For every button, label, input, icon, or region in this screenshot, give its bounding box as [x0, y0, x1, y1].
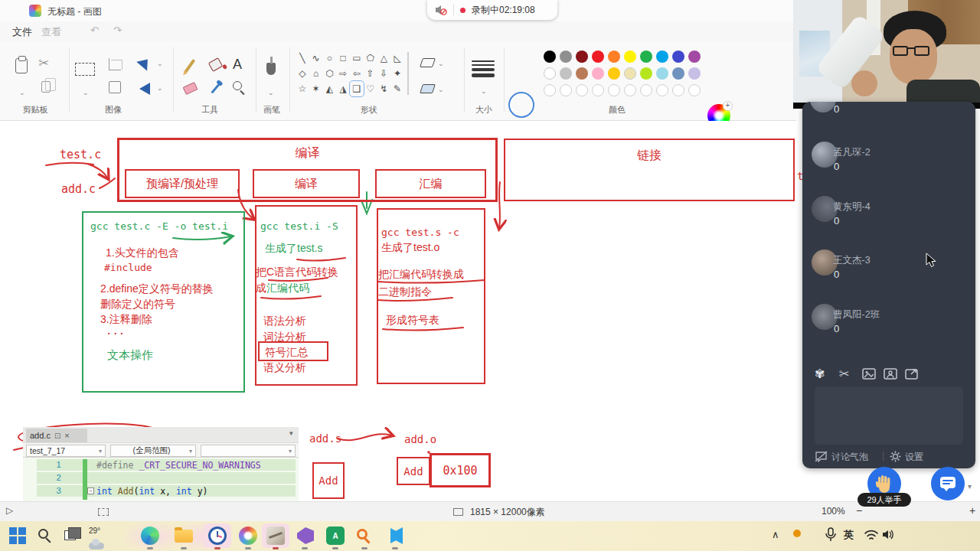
ime-indicator[interactable]: 英	[844, 528, 854, 542]
color-swatch[interactable]	[544, 67, 556, 80]
color-swatch[interactable]	[640, 84, 652, 96]
redo-icon[interactable]: ↷	[113, 24, 122, 36]
shape-tool[interactable]: ⌂	[309, 66, 323, 81]
color-swatch[interactable]	[544, 51, 556, 63]
flower-icon[interactable]: ✾	[815, 367, 825, 381]
color-swatch[interactable]	[560, 51, 572, 63]
menu-view[interactable]: 查看	[41, 25, 61, 39]
wifi-icon[interactable]	[864, 529, 879, 540]
shape-tool[interactable]: ⇦	[350, 66, 364, 81]
crop-icon[interactable]	[109, 58, 121, 70]
paste-icon[interactable]	[15, 58, 28, 73]
shape-tool[interactable]: ▭	[350, 51, 364, 66]
color1-swatch[interactable]	[510, 93, 533, 116]
shape-tool[interactable]: ✎	[390, 81, 404, 96]
size-icon[interactable]	[472, 58, 495, 77]
pencil-icon[interactable]	[185, 59, 195, 73]
image-icon[interactable]	[862, 368, 876, 380]
color-swatch[interactable]	[688, 51, 701, 63]
tray-expand-icon[interactable]: ∧	[772, 529, 779, 540]
chat-input[interactable]	[815, 386, 963, 445]
color-swatch[interactable]	[592, 84, 604, 96]
color-swatch[interactable]	[560, 67, 572, 80]
taskbar-search-icon[interactable]	[38, 529, 48, 539]
select-icon[interactable]	[75, 63, 95, 76]
color-swatch[interactable]	[624, 51, 636, 63]
brush-icon[interactable]	[266, 63, 276, 75]
chevron-down-icon[interactable]: ⌄	[438, 86, 444, 93]
shape-tool[interactable]: ∿	[309, 51, 323, 66]
key-tray-icon[interactable]	[793, 530, 801, 537]
shape-tool[interactable]: ◭	[323, 81, 337, 96]
color-swatch[interactable]	[624, 67, 636, 80]
color-swatch[interactable]	[608, 51, 620, 63]
shapes-scrollbar[interactable]	[407, 52, 409, 95]
paint-canvas[interactable]: test.c add.c 编译 预编译/预处理 编译 汇编 链接 t gcc t…	[0, 121, 796, 501]
color-swatch[interactable]	[560, 84, 572, 96]
paint-taskbar-icon[interactable]	[239, 527, 257, 545]
chat-button[interactable]	[931, 467, 965, 500]
color-swatch[interactable]	[640, 67, 652, 80]
color-swatch[interactable]	[592, 67, 604, 80]
bubble-toggle-label[interactable]: 讨论气泡	[831, 451, 868, 464]
shape-tool[interactable]: ⇧	[364, 66, 377, 81]
shape-tool[interactable]: ♡	[364, 81, 377, 96]
copy-icon[interactable]	[41, 81, 51, 93]
edge-icon[interactable]	[141, 527, 159, 545]
color-swatch[interactable]	[608, 67, 620, 80]
start-button[interactable]	[9, 527, 26, 544]
shape-tool[interactable]: △	[377, 51, 391, 66]
pdf-app-icon[interactable]: A	[326, 527, 345, 545]
settings-label[interactable]: 设置	[905, 451, 923, 464]
color-swatch[interactable]	[688, 84, 701, 96]
resize-icon[interactable]	[109, 81, 121, 93]
color-picker-icon[interactable]	[211, 83, 220, 93]
bubble-off-icon[interactable]	[815, 451, 828, 462]
color-swatch[interactable]	[688, 67, 701, 80]
color-swatch[interactable]	[656, 84, 668, 96]
shape-outline-icon[interactable]	[420, 58, 436, 67]
undo-icon[interactable]: ↶	[90, 24, 99, 36]
shape-tool[interactable]: ⬠	[364, 51, 377, 66]
color-swatch[interactable]	[672, 84, 684, 96]
vscode-icon[interactable]	[387, 527, 403, 544]
chevron-down-icon[interactable]: ⌄	[157, 84, 163, 92]
shape-tool[interactable]: ◇	[296, 66, 309, 81]
microphone-icon[interactable]	[825, 527, 836, 543]
file-explorer-icon[interactable]	[175, 530, 193, 543]
visual-studio-icon[interactable]	[297, 527, 314, 544]
color-swatch[interactable]	[624, 84, 636, 96]
menu-file[interactable]: 文件	[12, 25, 32, 39]
shape-tool[interactable]: ☆	[296, 81, 309, 96]
magnifier-icon[interactable]	[233, 81, 242, 90]
shape-fill-icon[interactable]	[420, 84, 436, 93]
shape-tool[interactable]: ✦	[390, 66, 404, 81]
chevron-down-icon[interactable]: ⌄	[19, 89, 25, 96]
shape-tool[interactable]: ╲	[296, 51, 309, 66]
share-icon[interactable]	[905, 368, 919, 380]
color-swatch[interactable]	[576, 67, 588, 80]
cut-icon[interactable]: ✂	[38, 55, 49, 71]
shape-tool[interactable]: ❑	[350, 81, 364, 96]
person-image-icon[interactable]	[884, 368, 897, 380]
shape-tool[interactable]: ⇨	[336, 66, 350, 81]
photo-app-icon[interactable]	[266, 527, 285, 545]
shape-tool[interactable]: ⬡	[323, 66, 337, 81]
chevron-down-icon[interactable]: ⌄	[83, 89, 89, 96]
chevron-down-icon[interactable]: ⌄	[481, 87, 487, 95]
speaker-icon[interactable]	[882, 529, 896, 540]
shape-tool[interactable]: ◮	[336, 81, 350, 96]
shape-tool[interactable]: ⇩	[377, 66, 391, 81]
zoom-in-button[interactable]: +	[969, 504, 975, 517]
color-swatch[interactable]	[576, 84, 588, 96]
shape-tool[interactable]: □	[336, 51, 350, 66]
scissors-icon[interactable]: ✂	[839, 367, 849, 381]
gear-icon[interactable]	[890, 451, 901, 462]
color-swatch[interactable]	[640, 51, 652, 63]
task-view-icon[interactable]	[64, 530, 76, 540]
shape-tool[interactable]: ◺	[390, 51, 404, 66]
clock-app-icon[interactable]	[208, 527, 227, 545]
recording-pill[interactable]: 录制中02:19:08	[427, 0, 557, 20]
color-swatch[interactable]	[672, 67, 684, 80]
rotate-icon[interactable]	[136, 55, 153, 71]
